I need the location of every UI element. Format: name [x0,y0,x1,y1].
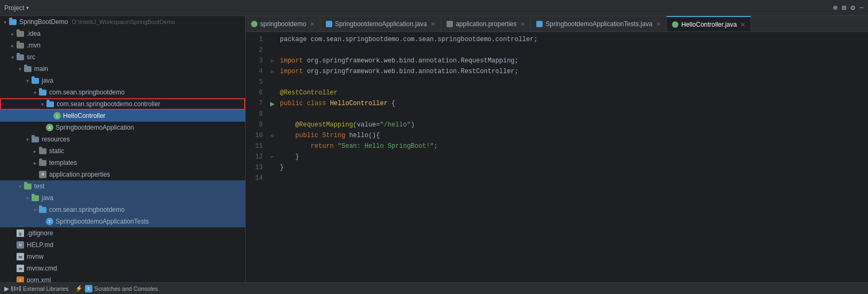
top-bar: Project ▾ ⊕ ⊞ ⚙ − [0,0,868,16]
help-md-icon: M [16,241,25,249]
idea-folder-icon [16,30,25,37]
main-layout: SpringBootDemo D:\IntelliJ_Workspace\Spr… [0,16,868,282]
tab-app-java-icon [326,21,332,27]
gutter-4: ▷ [267,66,278,77]
tests-icon: T [46,218,53,225]
scratches-icon: S [85,285,92,292]
sidebar-item-resources[interactable]: resources [0,133,245,145]
code-line-1: package com.sean.springbootdemo.com.sean… [280,34,866,45]
line-num-11: 11 [250,141,263,152]
sidebar-item-controller-pkg[interactable]: com.sean.springbootdemo.controller [0,98,245,110]
tab-app-java-close[interactable]: ✕ [431,21,435,28]
static-arrow [31,148,38,154]
project-label[interactable]: Project ▾ [4,4,29,12]
line-numbers: 1 2 3 4 5 6 7 8 9 10 11 12 13 14 [246,34,267,280]
main-label: main [34,65,241,73]
compass-icon[interactable]: ⊕ [833,3,837,12]
root-path: D:\IntelliJ_Workspace\SpringBootDemo [72,19,175,25]
sidebar-item-hello-controller[interactable]: C HelloController [0,110,245,122]
external-libraries-label[interactable]: External Libraries [23,285,69,292]
line-num-7: 7 [250,98,263,109]
help-md-label: HELP.md [27,241,241,249]
tab-springbootdemo[interactable]: springbootdemo ✕ [246,16,320,32]
sidebar-item-help-md[interactable]: M HELP.md [0,239,245,251]
tests-label: SpringbootdemoApplicationTests [56,218,241,225]
sidebar-item-java[interactable]: java [0,75,245,86]
pom-icon: X [16,276,25,282]
import-arrow-4: ▷ [271,68,274,75]
test-pkg-arrow [31,207,38,213]
line-num-1: 1 [250,34,263,45]
line-num-4: 4 [250,66,263,77]
sidebar-item-springbootdemo-app[interactable]: A SpringbootdemoApplication [0,122,245,133]
sidebar-item-pom-xml[interactable]: X pom.xml [0,274,245,282]
tab-app-java[interactable]: SpringbootdemoApplication.java ✕ [320,16,441,32]
pom-label: pom.xml [27,276,241,282]
java-folder-icon [31,77,40,84]
scratches-label[interactable]: Scratches and Consoles [95,285,158,292]
main-folder-icon [24,65,32,73]
tab-tests[interactable]: SpringbootdemoApplicationTests.java ✕ [531,16,667,32]
test-label: test [34,182,241,190]
code-line-7: public class HelloController { [280,98,866,109]
gutter-5 [267,77,278,88]
idea-label: .idea [27,30,241,37]
sidebar-item-test[interactable]: test [0,180,245,192]
test-java-icon [31,194,40,202]
gutter-8 [267,109,278,120]
run-gutter-7[interactable]: ▶ [270,99,275,108]
minimize-icon[interactable]: − [859,4,864,12]
layout-icon[interactable]: ⊞ [842,3,846,12]
test-pkg-label: com.sean.springbootdemo [49,206,241,213]
tab-springbootdemo-close[interactable]: ✕ [310,21,315,28]
line-num-3: 3 [250,55,263,66]
code-editor[interactable]: 1 2 3 4 5 6 7 8 9 10 11 12 13 14 ▷ [246,32,868,282]
gutter-14 [267,173,278,184]
tab-hello-controller[interactable]: HelloController.java ✕ [667,16,751,32]
root-folder-icon [9,18,17,26]
gutter-13 [267,162,278,173]
hello-controller-label: HelloController [63,112,241,120]
code-content[interactable]: package com.sean.springbootdemo.com.sean… [278,34,868,280]
bottom-bar: ▶ External Libraries ⚡ S Scratches and C… [0,282,868,294]
code-line-9: @RequestMapping(value="/hello") [280,120,866,130]
app-icon: A [46,124,53,131]
sidebar-item-root[interactable]: SpringBootDemo D:\IntelliJ_Workspace\Spr… [0,16,245,28]
project-dropdown-icon[interactable]: ▾ [26,5,29,11]
sidebar-item-tests-class[interactable]: T SpringbootdemoApplicationTests [0,216,245,227]
sidebar-item-pkg-root[interactable]: com.sean.springbootdemo [0,86,245,98]
expand-icon[interactable]: ▶ [4,285,9,292]
code-1-package: package [280,34,311,45]
sidebar-item-src[interactable]: src [0,51,245,63]
mvn-label: .mvn [27,42,241,49]
gutter-7: ▶ [267,98,278,109]
sidebar-item-static[interactable]: static [0,145,245,157]
external-libraries-icon [11,286,21,291]
sidebar-item-idea[interactable]: .idea [0,28,245,39]
sidebar-item-test-pkg[interactable]: com.sean.springbootdemo [0,204,245,216]
tab-tests-close[interactable]: ✕ [656,21,661,28]
tab-props[interactable]: application.properties ✕ [441,16,531,32]
code-line-13: } [280,162,866,173]
test-pkg-icon [38,206,47,213]
sidebar-item-main[interactable]: main [0,63,245,75]
sidebar-item-test-java[interactable]: java [0,192,245,204]
resources-icon [31,136,40,143]
hello-controller-icon: C [53,112,61,120]
sidebar-item-app-props[interactable]: ⚙ application.properties [0,169,245,180]
tab-controller-icon [672,21,678,28]
mvnw-cmd-label: mvnw.cmd [27,265,241,272]
sidebar-item-gitignore[interactable]: g .gitignore [0,227,245,239]
settings-icon[interactable]: ⚙ [850,3,855,12]
templates-icon [38,159,47,166]
sidebar-item-templates[interactable]: templates [0,157,245,169]
src-label: src [27,53,241,61]
sidebar-item-mvnw-cmd[interactable]: m mvnw.cmd [0,263,245,274]
line-num-13: 13 [250,162,263,173]
sidebar-item-mvnw[interactable]: m mvnw [0,251,245,263]
tab-props-close[interactable]: ✕ [520,21,525,28]
tab-controller-close[interactable]: ✕ [740,21,745,28]
templates-label: templates [49,159,241,166]
code-line-3: import org.springframework.web.bind.anno… [280,55,866,66]
sidebar-item-mvn[interactable]: .mvn [0,39,245,51]
